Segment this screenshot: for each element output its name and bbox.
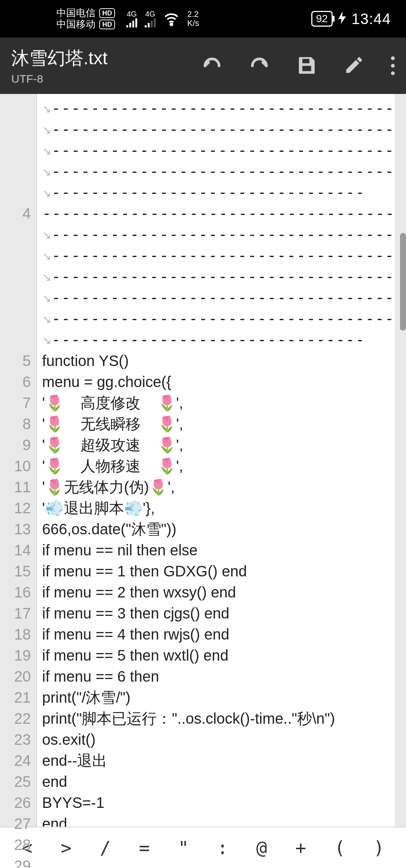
- line-number: [0, 98, 31, 119]
- line-number: 18: [0, 624, 31, 645]
- wifi-icon: [163, 11, 180, 30]
- code-editor[interactable]: 4567891011121314151617181920212223242526…: [0, 94, 406, 827]
- line-number: 28: [0, 834, 31, 855]
- scroll-thumb[interactable]: [400, 233, 406, 331]
- code-line: if menu == 4 then rwjs() end: [42, 624, 388, 645]
- line-number: [0, 287, 31, 308]
- net-speed: 2.2 K/s: [187, 10, 199, 28]
- line-number: [0, 119, 31, 140]
- carrier-1: 中国电信: [56, 8, 95, 19]
- code-line: '🌷 超级攻速 🌷',: [42, 434, 388, 455]
- line-number: 20: [0, 666, 31, 687]
- wrapped-dash-line: ↘--------------------------------: [42, 329, 388, 350]
- wrapped-dash-line: ↘--------------------------------: [42, 182, 388, 203]
- symbol-key[interactable]: @: [242, 837, 281, 858]
- code-line: ----------------------------------------…: [42, 203, 388, 224]
- line-number: 4: [0, 203, 31, 224]
- code-line: end--退出: [42, 750, 388, 771]
- line-number: 13: [0, 519, 31, 540]
- line-number: 5: [0, 350, 31, 371]
- line-number: [0, 245, 31, 266]
- symbol-key[interactable]: ): [359, 837, 398, 858]
- code-line: if menu == 5 then wxtl() end: [42, 645, 388, 666]
- line-number: 19: [0, 645, 31, 666]
- code-line: if menu == 1 then GDXG() end: [42, 561, 388, 582]
- code-line: '💨退出脚本💨'},: [42, 498, 388, 519]
- line-number: 27: [0, 813, 31, 834]
- symbol-key[interactable]: +: [281, 837, 320, 858]
- charging-icon: [338, 11, 346, 27]
- line-number: [0, 161, 31, 182]
- signal-cluster: 4G 4G 2.2 K/s: [126, 9, 199, 29]
- code-line: os.exit(): [42, 729, 388, 750]
- wrapped-dash-line: ↘---------------------------------------…: [42, 308, 388, 329]
- overflow-menu-button[interactable]: [391, 56, 395, 75]
- code-line: menu = gg.choice({: [42, 371, 388, 392]
- symbol-key[interactable]: =: [125, 837, 164, 858]
- wrapped-dash-line: ↘---------------------------------------…: [42, 98, 388, 119]
- app-toolbar: 沐雪幻塔.txt UTF-8: [0, 38, 406, 94]
- wrapped-dash-line: ↘---------------------------------------…: [42, 161, 388, 182]
- symbol-key[interactable]: (: [320, 837, 359, 858]
- status-bar: 中国电信 HD 中国移动 HD 4G 4G 2.2 K/s 92: [0, 0, 406, 38]
- code-line: BYYS=-1: [42, 792, 388, 813]
- line-number: 24: [0, 750, 31, 771]
- code-line: '🌷 高度修改 🌷',: [42, 392, 388, 413]
- code-line: '🌷无线体力(伪)🌷',: [42, 476, 388, 498]
- code-line: if menu == 3 then cjgs() end: [42, 603, 388, 624]
- line-number: 23: [0, 729, 31, 750]
- code-line: '🌷 人物移速 🌷',: [42, 455, 388, 476]
- signal-2: 4G: [145, 10, 156, 27]
- line-number: 15: [0, 561, 31, 582]
- code-line: if menu == nil then else: [42, 540, 388, 561]
- file-title: 沐雪幻塔.txt: [11, 46, 108, 70]
- line-number-gutter: 4567891011121314151617181920212223242526…: [0, 94, 36, 827]
- code-line: '🌷 无线瞬移 🌷',: [42, 413, 388, 434]
- wrapped-dash-line: ↘---------------------------------------…: [42, 140, 388, 161]
- line-number: [0, 224, 31, 245]
- line-number: [0, 308, 31, 329]
- edit-button[interactable]: [344, 54, 365, 77]
- code-line: print("/沐雪/"): [42, 687, 388, 708]
- line-number: 22: [0, 708, 31, 729]
- symbol-key[interactable]: >: [47, 837, 86, 858]
- line-number: 26: [0, 792, 31, 813]
- code-line: if menu == 2 then wxsy() end: [42, 582, 388, 603]
- line-number: 10: [0, 455, 31, 476]
- code-line: 666,os.date("沐雪")): [42, 519, 388, 540]
- code-content[interactable]: ↘---------------------------------------…: [36, 94, 395, 827]
- line-number: [0, 140, 31, 161]
- symbol-key[interactable]: ": [164, 837, 203, 858]
- line-number: 21: [0, 687, 31, 708]
- wrapped-dash-line: ↘---------------------------------------…: [42, 287, 388, 308]
- battery-indicator: 92: [311, 11, 333, 27]
- line-number: 25: [0, 771, 31, 792]
- line-number: 6: [0, 371, 31, 392]
- svg-point-0: [170, 23, 173, 25]
- symbol-key[interactable]: :: [203, 837, 242, 858]
- code-line: end: [42, 813, 388, 827]
- carrier-block: 中国电信 HD 中国移动 HD: [56, 8, 115, 30]
- save-button[interactable]: [296, 54, 317, 77]
- code-line: if menu == 6 then: [42, 666, 388, 687]
- wrapped-dash-line: ↘---------------------------------------…: [42, 266, 388, 287]
- line-number: 8: [0, 413, 31, 434]
- line-number: 11: [0, 476, 31, 498]
- wrapped-dash-line: ↘---------------------------------------…: [42, 245, 388, 266]
- redo-button[interactable]: [249, 54, 270, 77]
- wrapped-dash-line: ↘---------------------------------------…: [42, 119, 388, 140]
- hd-badge-1: HD: [99, 8, 115, 18]
- symbol-key[interactable]: /: [86, 837, 125, 858]
- line-number: 7: [0, 392, 31, 413]
- status-time: 13:44: [351, 11, 391, 27]
- line-number: [0, 329, 31, 350]
- code-line: function YS(): [42, 350, 388, 371]
- code-line: print("脚本已运行："..os.clock()-time.."秒\n"): [42, 708, 388, 729]
- signal-1: 4G: [126, 10, 137, 27]
- line-number: [0, 266, 31, 287]
- undo-button[interactable]: [201, 54, 223, 77]
- line-number: 9: [0, 434, 31, 455]
- file-encoding: UTF-8: [11, 73, 108, 85]
- line-number: 16: [0, 582, 31, 603]
- line-number: 14: [0, 540, 31, 561]
